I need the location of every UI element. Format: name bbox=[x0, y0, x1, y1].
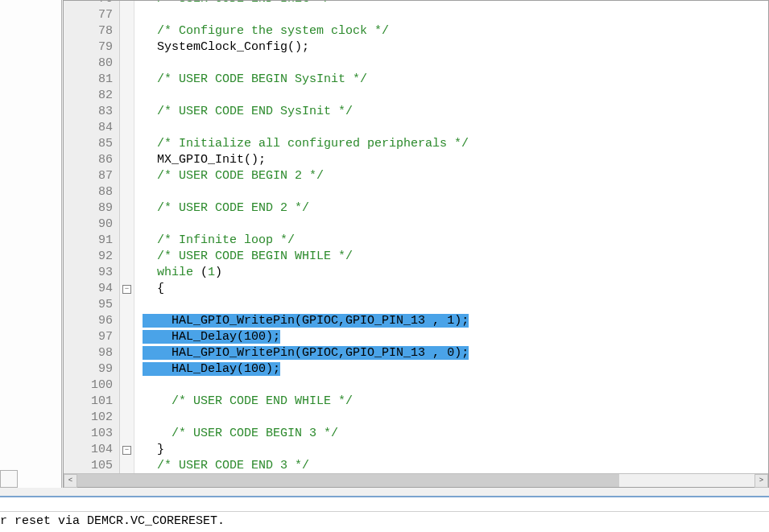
line-number: 96 bbox=[75, 313, 113, 329]
code-line[interactable]: /* Configure the system clock */ bbox=[143, 23, 768, 39]
line-number: 76 bbox=[75, 1, 113, 7]
code-line[interactable]: /* Infinite loop */ bbox=[143, 233, 768, 249]
code-line[interactable] bbox=[143, 377, 768, 394]
code-line[interactable]: /* USER CODE BEGIN SysInit */ bbox=[143, 72, 768, 88]
left-panel-tab[interactable] bbox=[0, 470, 18, 488]
code-line[interactable]: /* USER CODE END WHILE */ bbox=[143, 394, 768, 410]
code-line[interactable] bbox=[143, 120, 768, 136]
code-line[interactable]: HAL_Delay(100); bbox=[143, 329, 768, 345]
line-number: 103 bbox=[75, 426, 113, 442]
line-number: 83 bbox=[75, 104, 113, 120]
output-console[interactable]: r reset via DEMCR.VC_CORERESET. bbox=[0, 496, 769, 532]
code-line[interactable]: while (1) bbox=[143, 265, 768, 281]
line-number: 87 bbox=[75, 168, 113, 184]
line-number: 104 bbox=[75, 442, 113, 458]
console-text: r reset via DEMCR.VC_CORERESET. bbox=[0, 512, 769, 528]
code-line[interactable]: HAL_GPIO_WritePin(GPIOC,GPIO_PIN_13 , 0)… bbox=[143, 345, 768, 361]
line-number: 102 bbox=[75, 410, 113, 426]
line-number: 85 bbox=[75, 136, 113, 152]
console-toolbar bbox=[0, 497, 769, 512]
code-line[interactable]: HAL_GPIO_WritePin(GPIOC,GPIO_PIN_13 , 1)… bbox=[143, 313, 768, 329]
code-text-area[interactable]: /* USER CODE END Init */ /* Configure th… bbox=[134, 1, 768, 473]
line-number: 91 bbox=[75, 233, 113, 249]
line-number: 77 bbox=[75, 7, 113, 23]
line-number: 86 bbox=[75, 152, 113, 168]
line-number: 99 bbox=[75, 361, 113, 377]
line-number: 98 bbox=[75, 345, 113, 361]
code-line[interactable]: /* USER CODE BEGIN 3 */ bbox=[143, 426, 768, 442]
line-number: 82 bbox=[75, 88, 113, 104]
code-line[interactable]: MX_GPIO_Init(); bbox=[143, 152, 768, 168]
code-line[interactable] bbox=[143, 56, 768, 72]
code-line[interactable]: /* USER CODE END SysInit */ bbox=[143, 104, 768, 120]
line-number: 89 bbox=[75, 200, 113, 217]
line-number: 100 bbox=[75, 377, 113, 394]
code-viewport[interactable]: 7677787980818283848586878889909192939495… bbox=[64, 1, 768, 473]
hscroll-right-arrow[interactable]: > bbox=[755, 474, 768, 488]
fold-column[interactable]: −− bbox=[120, 1, 134, 473]
line-number: 88 bbox=[75, 184, 113, 200]
line-number: 92 bbox=[75, 249, 113, 265]
line-number: 94 bbox=[75, 281, 113, 297]
code-line[interactable] bbox=[143, 7, 768, 23]
line-number: 79 bbox=[75, 39, 113, 56]
line-number: 93 bbox=[75, 265, 113, 281]
line-number: 81 bbox=[75, 72, 113, 88]
line-number-gutter[interactable]: 7677787980818283848586878889909192939495… bbox=[64, 1, 120, 473]
code-line[interactable] bbox=[143, 410, 768, 426]
line-number: 84 bbox=[75, 120, 113, 136]
left-panel-sliver bbox=[0, 0, 62, 488]
code-line[interactable]: /* USER CODE END Init */ bbox=[143, 1, 768, 7]
code-line[interactable]: /* USER CODE END 3 */ bbox=[143, 458, 768, 473]
code-line[interactable] bbox=[143, 297, 768, 313]
code-line[interactable] bbox=[143, 88, 768, 104]
code-line[interactable]: } bbox=[143, 442, 768, 458]
fold-close-icon[interactable]: − bbox=[122, 446, 131, 455]
code-line[interactable]: /* USER CODE END 2 */ bbox=[143, 200, 768, 217]
code-editor: 7677787980818283848586878889909192939495… bbox=[63, 0, 769, 488]
fold-open-icon[interactable]: − bbox=[122, 285, 131, 294]
code-line[interactable]: /* USER CODE BEGIN WHILE */ bbox=[143, 249, 768, 265]
line-number: 90 bbox=[75, 217, 113, 233]
line-number: 105 bbox=[75, 458, 113, 473]
code-line[interactable] bbox=[143, 217, 768, 233]
code-line[interactable]: /* Initialize all configured peripherals… bbox=[143, 136, 768, 152]
hscroll-left-arrow[interactable]: < bbox=[64, 474, 77, 488]
hscroll-thumb[interactable] bbox=[77, 474, 619, 487]
code-line[interactable]: /* USER CODE BEGIN 2 */ bbox=[143, 168, 768, 184]
horizontal-scrollbar[interactable]: < > bbox=[64, 473, 768, 487]
line-number: 80 bbox=[75, 56, 113, 72]
code-line[interactable]: SystemClock_Config(); bbox=[143, 39, 768, 56]
line-number: 95 bbox=[75, 297, 113, 313]
code-line[interactable] bbox=[143, 184, 768, 200]
code-line[interactable]: { bbox=[143, 281, 768, 297]
hscroll-track[interactable] bbox=[77, 474, 755, 487]
line-number: 101 bbox=[75, 394, 113, 410]
line-number: 97 bbox=[75, 329, 113, 345]
line-number: 78 bbox=[75, 23, 113, 39]
code-line[interactable]: HAL_Delay(100); bbox=[143, 361, 768, 377]
